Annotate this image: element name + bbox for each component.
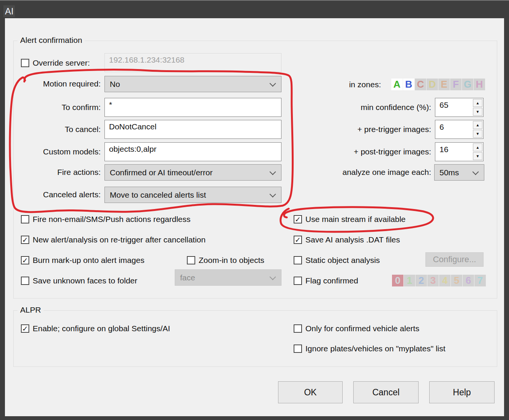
checkbox-box[interactable] [21, 215, 29, 223]
static-object-checkbox[interactable]: Static object analysis [294, 256, 380, 265]
spin-up-button[interactable]: ▲ [473, 99, 482, 107]
spin-up-button[interactable]: ▲ [473, 143, 482, 151]
fire-actions-select[interactable]: Confirmed or AI timeout/error [104, 164, 281, 181]
chevron-down-icon [270, 168, 276, 175]
fire-non-email-checkbox[interactable]: Fire non-email/SMS/Push actions regardle… [21, 215, 191, 224]
help-button[interactable]: Help [429, 381, 495, 403]
ai-settings-window: AI Alert confirmation Override server: 1… [0, 0, 509, 420]
flag-digit-tile-2[interactable]: 2 [416, 275, 427, 286]
zone-tile-c[interactable]: C [415, 79, 426, 90]
group-label-alert-confirmation: Alert confirmation [17, 36, 85, 45]
checkbox-label: Save AI analysis .DAT files [305, 235, 400, 244]
override-server-label: Override server: [33, 58, 90, 68]
custom-models-label: Custom models: [13, 147, 101, 156]
to-cancel-label: To cancel: [13, 125, 101, 134]
canceled-alerts-select[interactable]: Move to canceled alerts list [104, 187, 281, 203]
custom-models-input[interactable]: objects:0,alpr [104, 142, 281, 161]
motion-required-value: No [110, 80, 120, 89]
min-confidence-value[interactable]: 65 [439, 101, 448, 110]
checkbox-label: Ignore plates/vehicles on "myplates" lis… [305, 344, 446, 353]
zone-tile-f[interactable]: F [450, 79, 462, 90]
flag-digit-tile-0[interactable]: 0 [392, 275, 403, 286]
alpr-enable-checkbox[interactable]: ✓ Enable; configure on global Settings/A… [21, 324, 170, 333]
flag-digit-tile-4[interactable]: 4 [439, 275, 451, 286]
ai-settings-dialog: Alert confirmation Override server: 192.… [5, 18, 504, 416]
override-server-checkbox[interactable]: Override server: [21, 58, 90, 68]
configure-button: Configure... [425, 252, 484, 267]
flag-digit-tiles: 01234567 [392, 275, 486, 286]
checkbox-label: Fire non-email/SMS/Push actions regardle… [33, 215, 191, 224]
flag-digit-tile-5[interactable]: 5 [451, 275, 462, 286]
checkbox-box[interactable] [294, 344, 302, 353]
spin-down-button[interactable]: ▼ [473, 130, 482, 138]
checkbox-box[interactable] [21, 59, 29, 67]
use-main-stream-checkbox[interactable]: ✓ Use main stream if available [294, 215, 406, 224]
zoom-in-objects-checkbox[interactable]: Zoom-in to objects [187, 256, 264, 265]
checkbox-box[interactable] [187, 256, 195, 264]
faces-folder-value: face [180, 273, 195, 282]
override-server-field[interactable]: 192.168.1.234:32168 [104, 53, 281, 72]
analyze-each-label: analyze one image each: [294, 168, 431, 177]
post-trigger-label: + post-trigger images: [294, 147, 431, 156]
pre-trigger-spinner[interactable]: 6 ▲▼ [435, 120, 484, 139]
flag-digit-tile-6[interactable]: 6 [463, 275, 474, 286]
new-alert-retrigger-checkbox[interactable]: ✓ New alert/analysis on re-trigger after… [21, 235, 205, 244]
post-trigger-value[interactable]: 16 [439, 145, 448, 154]
canceled-alerts-value: Move to canceled alerts list [110, 190, 206, 200]
to-cancel-input[interactable]: DoNotCancel [104, 120, 281, 139]
checkbox-box[interactable]: ✓ [21, 236, 29, 244]
checkbox-label: Burn mark-up onto alert images [33, 256, 144, 265]
checkbox-label: Zoom-in to objects [199, 256, 264, 265]
save-faces-checkbox[interactable]: Save unknown faces to folder [21, 276, 138, 285]
canceled-alerts-label: Canceled alerts: [13, 190, 101, 199]
motion-required-select[interactable]: No [104, 76, 281, 92]
checkbox-label: Save unknown faces to folder [33, 276, 138, 285]
checkbox-label: Static object analysis [305, 256, 380, 265]
alpr-only-confirmed-checkbox[interactable]: Only for confirmed vehicle alerts [294, 324, 419, 333]
cancel-button[interactable]: Cancel [353, 381, 419, 403]
window-top-edge [0, 0, 509, 1]
zone-tile-d[interactable]: D [427, 79, 438, 90]
zone-tile-e[interactable]: E [438, 79, 450, 90]
to-confirm-input[interactable]: * [104, 98, 281, 117]
flag-digit-tile-3[interactable]: 3 [427, 275, 439, 286]
checkbox-box[interactable] [294, 256, 302, 264]
spin-down-button[interactable]: ▼ [473, 108, 482, 116]
flag-digit-tile-1[interactable]: 1 [404, 275, 415, 286]
zone-tile-h[interactable]: H [474, 79, 485, 90]
checkbox-box[interactable]: ✓ [21, 256, 29, 264]
zone-tile-a[interactable]: A [391, 79, 403, 90]
checkbox-box[interactable]: ✓ [294, 215, 302, 223]
flag-confirmed-checkbox[interactable]: Flag confirmed [294, 276, 358, 285]
min-confidence-label: min confidence (%): [294, 103, 431, 112]
faces-folder-select: face [175, 269, 281, 286]
pre-trigger-value[interactable]: 6 [439, 123, 444, 132]
burn-markup-checkbox[interactable]: ✓ Burn mark-up onto alert images [21, 256, 144, 265]
page-title: AI [5, 6, 14, 17]
checkbox-label: Use main stream if available [305, 215, 406, 224]
chevron-down-icon [270, 191, 276, 197]
fire-actions-label: Fire actions: [13, 168, 101, 177]
checkbox-box[interactable] [21, 277, 29, 285]
checkbox-label: Enable; configure on global Settings/AI [33, 324, 170, 333]
spin-up-button[interactable]: ▲ [473, 121, 482, 129]
zone-tile-g[interactable]: G [462, 79, 473, 90]
chevron-down-icon [473, 168, 479, 175]
save-dat-files-checkbox[interactable]: ✓ Save AI analysis .DAT files [294, 235, 400, 244]
zone-tile-b[interactable]: B [403, 79, 414, 90]
checkbox-box[interactable] [294, 324, 302, 333]
zone-tiles: ABCDEFGH [391, 79, 485, 90]
checkbox-box[interactable]: ✓ [21, 324, 29, 333]
ok-button[interactable]: OK [278, 381, 343, 403]
checkbox-box[interactable] [294, 277, 302, 285]
flag-digit-tile-7[interactable]: 7 [474, 275, 486, 286]
in-zones-label: in zones: [271, 80, 381, 89]
spin-down-button[interactable]: ▼ [473, 152, 482, 160]
chevron-down-icon [270, 274, 276, 280]
group-label-alpr: ALPR [17, 305, 44, 315]
analyze-each-select[interactable]: 50ms [434, 164, 484, 181]
min-confidence-spinner[interactable]: 65 ▲▼ [435, 98, 484, 117]
post-trigger-spinner[interactable]: 16 ▲▼ [435, 142, 484, 161]
checkbox-box[interactable]: ✓ [294, 236, 302, 244]
alpr-ignore-plates-checkbox[interactable]: Ignore plates/vehicles on "myplates" lis… [294, 344, 446, 353]
